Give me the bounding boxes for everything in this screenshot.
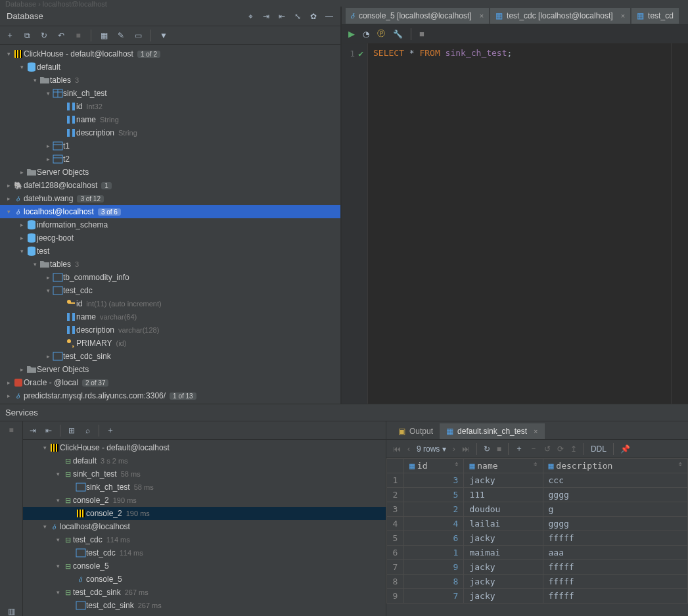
last-page-icon[interactable]: ⏭ bbox=[462, 444, 470, 454]
close-icon[interactable]: × bbox=[534, 427, 538, 435]
sv-console5[interactable]: ▾⊟console_5 bbox=[23, 559, 386, 573]
edit-icon[interactable]: ✎ bbox=[116, 31, 126, 40]
expand-icon[interactable]: ⇥ bbox=[28, 426, 37, 435]
stop-icon[interactable]: ■ bbox=[7, 425, 16, 435]
server-objects-2[interactable]: ▸Server Objects bbox=[0, 363, 340, 376]
cell-name[interactable]: doudou bbox=[464, 502, 543, 517]
datasource-datehub[interactable]: ▸𝛿datehub.wang3 of 12 bbox=[0, 192, 340, 205]
table-icon[interactable]: ▦ bbox=[99, 31, 108, 40]
datasource-dafei[interactable]: ▸🐘dafei1288@localhost1 bbox=[0, 179, 340, 192]
sv-sink-leaf[interactable]: sink_ch_test58 ms bbox=[23, 481, 386, 494]
sv-default[interactable]: ⊟default3 s 2 ms bbox=[23, 454, 386, 467]
collapse-all-icon[interactable]: ⤡ bbox=[293, 12, 302, 21]
table-row[interactable]: 88jackyfffff bbox=[387, 575, 688, 589]
stop-icon[interactable]: ■ bbox=[497, 444, 501, 454]
col-id[interactable]: ▦id≑ bbox=[404, 459, 464, 473]
cell-id[interactable]: 6 bbox=[404, 531, 464, 546]
code-area[interactable]: SELECT * FROM sink_ch_test; bbox=[368, 43, 688, 404]
run-icon[interactable]: ▶ bbox=[348, 29, 355, 39]
cell-id[interactable]: 4 bbox=[404, 517, 464, 531]
services-tree[interactable]: ▾ClickHouse - default@localhost ⊟default… bbox=[23, 440, 386, 616]
column-description[interactable]: descriptionString bbox=[0, 126, 340, 139]
cell-description[interactable]: aaa bbox=[543, 546, 687, 560]
cell-description[interactable]: fffff bbox=[543, 575, 687, 589]
table-row[interactable]: 61maimaiaaa bbox=[387, 546, 688, 560]
commit-icon[interactable]: ⟳ bbox=[557, 444, 564, 454]
primary-key[interactable]: PRIMARY(id) bbox=[0, 337, 340, 350]
wrench-icon[interactable]: 🔧 bbox=[393, 30, 403, 39]
col-desc[interactable]: ▦description≑ bbox=[543, 459, 687, 473]
schema-info[interactable]: ▸information_schema bbox=[0, 218, 340, 231]
column-description[interactable]: descriptionvarchar(128) bbox=[0, 323, 340, 337]
filter-icon[interactable]: ▼ bbox=[159, 31, 168, 40]
table-t2[interactable]: ▸t2 bbox=[0, 153, 340, 166]
column-id[interactable]: idint(11) (auto increment) bbox=[0, 297, 340, 310]
rollback-icon[interactable]: ↶ bbox=[57, 31, 66, 40]
table-tb-commodity[interactable]: ▸tb_commodity_info bbox=[0, 271, 340, 284]
table-row[interactable]: 13jackyccc bbox=[387, 473, 688, 488]
rows-label[interactable]: 9 rows ▾ bbox=[417, 444, 446, 454]
reload-icon[interactable]: ↻ bbox=[484, 444, 490, 454]
duplicate-icon[interactable]: ⧉ bbox=[22, 31, 32, 40]
cell-name[interactable]: maimai bbox=[464, 546, 543, 560]
datasource-localhost[interactable]: ▾𝛿localhost@localhost3 of 6 bbox=[0, 205, 340, 218]
table-t1[interactable]: ▸t1 bbox=[0, 139, 340, 153]
tables-folder-test[interactable]: ▾tables3 bbox=[0, 258, 340, 271]
cell-description[interactable]: fffff bbox=[543, 589, 687, 604]
tables-folder[interactable]: ▾tables3 bbox=[0, 74, 340, 87]
expand-icon[interactable]: ⇥ bbox=[262, 12, 271, 21]
cell-id[interactable]: 5 bbox=[404, 488, 464, 502]
datasource-clickhouse[interactable]: ▾ ClickHouse - default@localhost1 of 2 bbox=[0, 47, 340, 60]
sv-sink[interactable]: ▾⊟sink_ch_test58 ms bbox=[23, 467, 386, 481]
sv-console2[interactable]: ▾⊟console_2190 ms bbox=[23, 494, 386, 507]
hide-icon[interactable]: — bbox=[325, 12, 334, 21]
editor-tab[interactable]: 𝛿console_5 [localhost@localhost]× bbox=[346, 8, 489, 24]
cell-name[interactable]: jacky bbox=[464, 473, 543, 488]
add-icon[interactable]: ＋ bbox=[106, 426, 115, 435]
result-grid[interactable]: ▦id≑ ▦name≑ ▦description≑ 13jackyccc2511… bbox=[386, 458, 688, 616]
cell-description[interactable]: ccc bbox=[543, 473, 687, 488]
cell-id[interactable]: 2 bbox=[404, 502, 464, 517]
settings-icon[interactable]: ✿ bbox=[309, 12, 318, 21]
column-id[interactable]: idInt32 bbox=[0, 100, 340, 113]
close-icon[interactable]: × bbox=[480, 12, 484, 20]
revert-icon[interactable]: ↺ bbox=[544, 444, 551, 454]
first-page-icon[interactable]: ⏮ bbox=[393, 444, 401, 454]
datasource-predictstar[interactable]: ▸𝛿predictstar.mysql.rds.aliyuncs.com:330… bbox=[0, 389, 340, 402]
next-page-icon[interactable]: › bbox=[453, 444, 455, 454]
cell-name[interactable]: jacky bbox=[464, 531, 543, 546]
cell-name[interactable]: jacky bbox=[464, 560, 543, 575]
col-name[interactable]: ▦name≑ bbox=[464, 459, 543, 473]
cell-name[interactable]: lailai bbox=[464, 517, 543, 531]
table-row[interactable]: 25111gggg bbox=[387, 488, 688, 502]
cell-description[interactable]: fffff bbox=[543, 531, 687, 546]
add-icon[interactable]: ＋ bbox=[5, 31, 14, 40]
cell-description[interactable]: gggg bbox=[543, 488, 687, 502]
schema-jeecg[interactable]: ▸jeecg-boot bbox=[0, 231, 340, 245]
cell-name[interactable]: 111 bbox=[464, 488, 543, 502]
sv-localhost[interactable]: ▾𝛿localhost@localhost bbox=[23, 520, 386, 533]
prev-page-icon[interactable]: ‹ bbox=[407, 444, 410, 454]
console-icon[interactable]: ▭ bbox=[133, 31, 143, 40]
sv-console2-leaf[interactable]: console_2190 ms bbox=[23, 507, 386, 520]
refresh-icon[interactable]: ↻ bbox=[39, 31, 49, 40]
submit-icon[interactable]: ↥ bbox=[570, 444, 577, 454]
tab-output[interactable]: ▣Output bbox=[392, 423, 440, 439]
cell-name[interactable]: jacky bbox=[464, 575, 543, 589]
history-icon[interactable]: ◔ bbox=[363, 30, 369, 39]
sql-editor[interactable]: 1✔ SELECT * FROM sink_ch_test; bbox=[342, 43, 688, 404]
stop-icon[interactable]: ■ bbox=[419, 29, 424, 39]
table-row[interactable]: 79jackyfffff bbox=[387, 560, 688, 575]
pin-icon[interactable]: 📌 bbox=[620, 444, 630, 454]
column-name[interactable]: nameString bbox=[0, 113, 340, 126]
collapse-icon[interactable]: ⇤ bbox=[277, 12, 287, 21]
column-name[interactable]: namevarchar(64) bbox=[0, 310, 340, 323]
table-sink-ch-test[interactable]: ▾sink_ch_test bbox=[0, 87, 340, 100]
explain-icon[interactable]: Ⓟ bbox=[377, 28, 385, 39]
table-test-cdc[interactable]: ▾test_cdc bbox=[0, 284, 340, 297]
filter-icon[interactable]: ⌕ bbox=[83, 426, 92, 435]
sv-clickhouse[interactable]: ▾ClickHouse - default@localhost bbox=[23, 441, 386, 454]
table-row[interactable]: 56jackyfffff bbox=[387, 531, 688, 546]
table-test-cdc-sink[interactable]: ▸test_cdc_sink bbox=[0, 350, 340, 363]
server-objects[interactable]: ▸Server Objects bbox=[0, 166, 340, 179]
